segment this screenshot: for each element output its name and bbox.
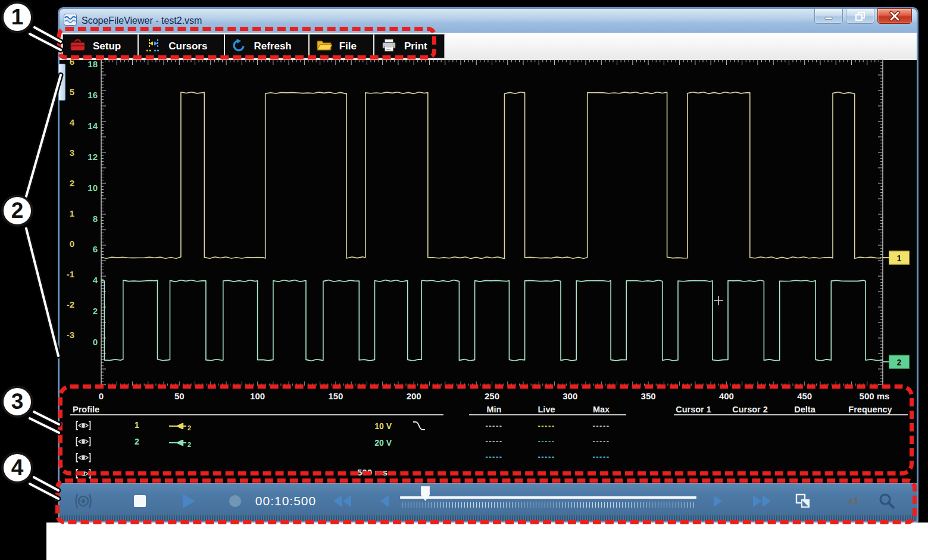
callout-3: 3 [1, 386, 33, 418]
y-axis-ch2-label: 12 [88, 151, 98, 161]
y-axis-ch2-label: 14 [88, 120, 98, 130]
callout-2: 2 [1, 195, 33, 227]
y-axis-ch1-label: 2 [70, 178, 74, 188]
y-axis-ch1-label: 4 [70, 117, 74, 127]
y-axis-ch1-label: 0 [70, 239, 74, 249]
y-axis-ch2-label: 0 [93, 337, 98, 347]
y-axis-ch1-label: 3 [70, 148, 74, 158]
y-axis-ch2-label: 18 [88, 59, 98, 69]
highlight-box-profile-panel [58, 384, 914, 475]
crosshair-cursor [714, 296, 723, 305]
channel-1-badge[interactable]: 1 [889, 251, 910, 265]
y-axis-ch2-label: 8 [93, 213, 98, 223]
y-axis-ch2-label: 2 [93, 306, 98, 316]
side-panel-handle[interactable] [58, 64, 65, 101]
channel1-waveform [101, 92, 881, 259]
y-axis-ch1-label: 1 [70, 208, 74, 218]
highlight-box-playback-bar [55, 478, 917, 524]
callout-4: 4 [1, 452, 33, 484]
page-background [46, 523, 928, 560]
channel2-waveform [101, 280, 883, 361]
figure-canvas: ScopeFileViewer - test2.vsm SetupCursors… [0, 0, 928, 560]
y-axis-ch1-label: -3 [67, 330, 74, 340]
y-axis-ch2-label: 10 [88, 182, 98, 192]
y-axis-ch2-label: 6 [93, 244, 98, 254]
y-axis-ch2-label: 16 [88, 89, 98, 99]
channel-2-badge[interactable]: 2 [889, 355, 910, 369]
y-axis-ch1-label: -1 [67, 269, 74, 279]
y-axis-ch1-label: -2 [67, 299, 74, 309]
highlight-box-toolbar [57, 27, 436, 60]
y-axis-ch1-label: 5 [70, 87, 74, 97]
callout-1: 1 [1, 1, 33, 33]
y-axis-ch2-label: 4 [93, 275, 98, 285]
